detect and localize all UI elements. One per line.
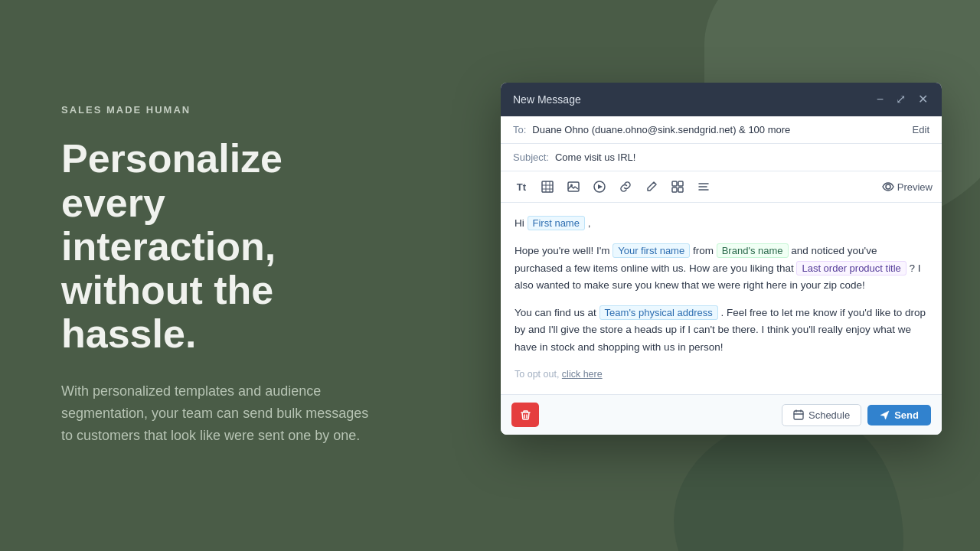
- para1-mid1: from: [693, 245, 717, 256]
- composer-toolbar: Tt Preview: [501, 171, 942, 203]
- composer-title: New Message: [513, 93, 581, 106]
- video-icon[interactable]: [588, 176, 611, 197]
- to-field-row: To: Duane Ohno (duane.ohno@sink.sendgrid…: [501, 116, 942, 144]
- composer-body: Hi First name , Hope you're well! I'm Yo…: [501, 203, 942, 394]
- brand-name-tag[interactable]: Brand's name: [717, 243, 789, 258]
- headline-line1: Personalize every: [61, 136, 283, 224]
- subject-label: Subject:: [513, 152, 549, 163]
- svg-rect-11: [672, 187, 677, 192]
- headline-line2: interaction, without the: [61, 224, 276, 312]
- send-icon: [880, 410, 890, 420]
- subject-field-row: Subject: Come visit us IRL!: [501, 144, 942, 171]
- footer-right-actions: Schedule Send: [782, 404, 931, 426]
- edit-to-button[interactable]: Edit: [913, 124, 929, 135]
- send-label: Send: [894, 409, 919, 421]
- headline-line3: hassle.: [61, 311, 196, 356]
- sales-label: SALES MADE HUMAN: [61, 104, 383, 116]
- svg-rect-0: [542, 181, 553, 192]
- your-first-name-tag[interactable]: Your first name: [612, 243, 690, 258]
- send-button[interactable]: Send: [867, 405, 931, 425]
- left-panel: SALES MADE HUMAN Personalize every inter…: [0, 0, 444, 551]
- schedule-button[interactable]: Schedule: [782, 404, 861, 426]
- composer-titlebar: New Message − ⤢ ✕: [501, 83, 942, 116]
- first-name-tag[interactable]: First name: [528, 216, 585, 230]
- preview-label: Preview: [897, 181, 933, 193]
- template-icon[interactable]: [666, 176, 689, 197]
- pen-icon[interactable]: [640, 176, 663, 197]
- minimize-button[interactable]: −: [875, 92, 885, 107]
- text-format-icon[interactable]: Tt: [510, 176, 533, 197]
- expand-button[interactable]: ⤢: [894, 92, 907, 107]
- close-button[interactable]: ✕: [916, 92, 929, 107]
- align-icon[interactable]: [692, 176, 715, 197]
- schedule-icon: [793, 409, 804, 420]
- schedule-label: Schedule: [808, 409, 850, 421]
- opt-out-text: To opt out, click here: [514, 367, 928, 383]
- greeting-comma: ,: [588, 217, 591, 229]
- svg-rect-17: [794, 411, 803, 419]
- to-label: To:: [513, 124, 526, 135]
- opt-out-link[interactable]: click here: [562, 369, 603, 380]
- composer-footer: Schedule Send: [501, 394, 942, 435]
- subtext: With personalized templates and audience…: [61, 380, 383, 446]
- svg-rect-9: [672, 181, 677, 186]
- preview-button[interactable]: Preview: [882, 181, 933, 193]
- svg-marker-8: [598, 184, 603, 189]
- composer: New Message − ⤢ ✕ To: Duane Ohno (duane.…: [501, 83, 942, 435]
- svg-point-16: [886, 184, 890, 189]
- greeting-text: Hi: [514, 217, 524, 229]
- delete-button[interactable]: [511, 403, 539, 427]
- svg-rect-10: [678, 181, 683, 186]
- to-value: Duane Ohno (duane.ohno@sink.sendgrid.net…: [532, 124, 912, 135]
- subject-value: Come visit us IRL!: [555, 152, 635, 163]
- link-icon[interactable]: [614, 176, 637, 197]
- para2-prefix: You can find us at: [514, 307, 599, 318]
- para1-prefix: Hope you're well! I'm: [514, 245, 612, 256]
- headline: Personalize every interaction, without t…: [61, 137, 383, 356]
- image-icon[interactable]: [562, 176, 585, 197]
- titlebar-actions: − ⤢ ✕: [875, 92, 929, 107]
- table-icon[interactable]: [536, 176, 559, 197]
- svg-rect-12: [678, 187, 683, 192]
- trash-icon: [520, 409, 531, 421]
- physical-address-tag[interactable]: Team's physical address: [599, 305, 718, 320]
- last-order-tag[interactable]: Last order product title: [796, 261, 906, 276]
